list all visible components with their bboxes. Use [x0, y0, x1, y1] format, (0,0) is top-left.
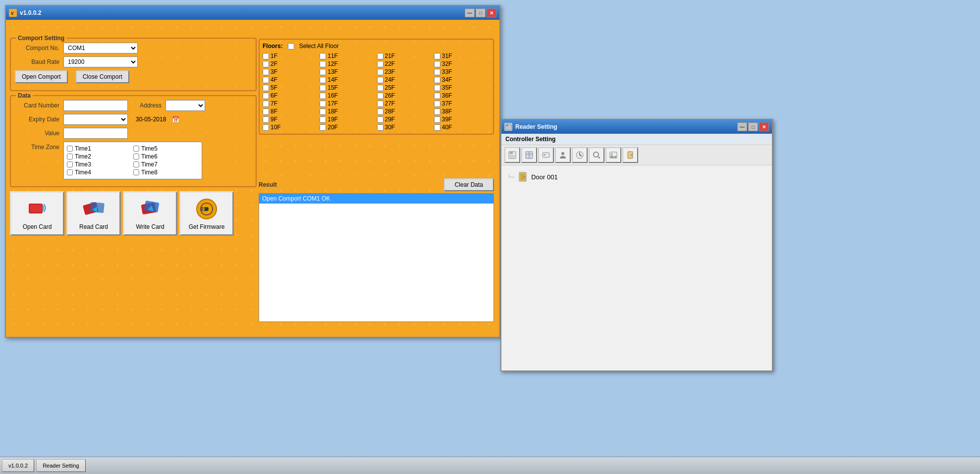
door-list-icon [518, 172, 528, 182]
svg-point-31 [611, 153, 613, 155]
time1-checkbox[interactable] [67, 146, 73, 152]
floor-27f: 27F [377, 100, 433, 107]
floor-35f: 35F [434, 84, 490, 91]
get-firmware-icon: 01 [194, 197, 219, 221]
toolbar-person-btn[interactable] [555, 147, 571, 163]
floor-12f: 12F [320, 60, 376, 67]
floor-21f: 21F [377, 53, 433, 59]
timezone-row: Time Zone Time1 Time5 Time2 [15, 142, 252, 179]
toolbar-table-btn[interactable] [521, 147, 537, 163]
time2-checkbox[interactable] [67, 154, 73, 159]
time1-label: Time1 [75, 145, 91, 152]
toolbar-clock-btn[interactable] [572, 147, 588, 163]
expiry-date-row: Expiry Date 30-05-2018 📅 [15, 114, 252, 125]
door-icon [626, 151, 635, 159]
card-number-label: Card Number [15, 102, 59, 109]
get-firmware-btn[interactable]: 01 Get Firmware [179, 191, 234, 236]
open-comport-btn[interactable]: Open Comport [15, 70, 68, 83]
floor-25f: 25F [377, 84, 433, 91]
select-all-floor-checkbox[interactable] [288, 43, 294, 50]
read-card-btn[interactable]: Read Card [66, 191, 121, 236]
time4-checkbox[interactable] [67, 169, 73, 175]
expiry-date-label: Expiry Date [15, 116, 59, 123]
floor-28f: 28F [377, 108, 433, 115]
door-icon-box [517, 171, 528, 182]
open-card-btn[interactable]: Open Card [10, 191, 64, 236]
door001-label: Door 001 [531, 173, 557, 181]
floors-label: Floors: [263, 43, 283, 50]
card-number-input[interactable] [63, 100, 128, 111]
time3-checkbox[interactable] [67, 161, 73, 167]
comport-no-row: Comport No. COM1 COM2 COM3 COM4 [15, 43, 252, 53]
value-input[interactable] [63, 128, 128, 139]
comport-no-select[interactable]: COM1 COM2 COM3 COM4 [63, 43, 138, 53]
reader-title: Reader Setting [515, 123, 557, 130]
reader-title-left: Reader Setting [504, 123, 557, 131]
time5-checkbox[interactable] [133, 146, 139, 152]
minimize-btn[interactable]: — [465, 8, 475, 17]
baud-rate-label: Baud Rate [15, 58, 59, 65]
main-title-bar: v v1.0.0.2 — □ ✕ [6, 6, 499, 20]
floor-17f: 17F [320, 100, 376, 107]
time5-row: Time5 [133, 145, 199, 152]
main-content: Comport Setting Comport No. COM1 COM2 CO… [6, 20, 499, 337]
baud-rate-select[interactable]: 9600 19200 38400 115200 [63, 56, 138, 67]
toolbar-door-btn[interactable] [622, 147, 638, 163]
time5-label: Time5 [141, 145, 158, 152]
table-icon [525, 151, 534, 159]
maximize-btn[interactable]: □ [476, 8, 486, 17]
main-title: v1.0.0.2 [20, 9, 41, 16]
time8-checkbox[interactable] [133, 169, 139, 175]
taskbar-main-btn[interactable]: v1.0.0.2 [2, 459, 34, 472]
person-icon [558, 151, 567, 159]
time2-label: Time2 [75, 153, 91, 160]
comport-btn-row: Open Comport Close Comport [15, 70, 252, 83]
write-card-btn[interactable]: Write Card [123, 191, 177, 236]
floor-1f: 1F [263, 53, 319, 59]
time4-label: Time4 [75, 169, 91, 176]
result-section: Result Clear Data Open Comport COM1 OK [259, 178, 494, 322]
save-icon [508, 151, 517, 159]
floor-20f: 20F [320, 124, 376, 131]
result-list: Open Comport COM1 OK [259, 193, 494, 322]
floor-23f: 23F [377, 68, 433, 75]
reader-minimize-btn[interactable]: — [737, 122, 747, 131]
taskbar-reader-btn[interactable]: Reader Setting [36, 459, 85, 472]
toolbar-card-btn[interactable] [538, 147, 554, 163]
svg-rect-15 [506, 125, 508, 126]
reader-window: Reader Setting — □ ✕ Controller Setting [500, 119, 773, 371]
get-firmware-label: Get Firmware [189, 223, 225, 230]
calendar-icon[interactable]: 📅 [172, 116, 179, 123]
expiry-date-select[interactable] [63, 114, 128, 125]
svg-point-24 [561, 152, 564, 155]
floor-15f: 15F [320, 84, 376, 91]
data-section-title: Data [16, 92, 33, 99]
toolbar-save-btn[interactable] [504, 147, 520, 163]
search-icon [592, 151, 601, 159]
time7-checkbox[interactable] [133, 161, 139, 167]
title-controls: — □ ✕ [465, 8, 496, 17]
time6-checkbox[interactable] [133, 154, 139, 159]
tree-item-door001[interactable]: └─ Door 001 [505, 169, 768, 184]
toolbar-search-btn[interactable] [589, 147, 604, 163]
result-item-0[interactable]: Open Comport COM1 OK [259, 194, 493, 204]
address-select[interactable] [165, 100, 205, 111]
toolbar-image-btn[interactable] [605, 147, 621, 163]
title-left: v v1.0.0.2 [9, 9, 41, 17]
floor-10f: 10F [263, 124, 319, 131]
result-header: Result Clear Data [259, 178, 494, 191]
floor-18f: 18F [320, 108, 376, 115]
comport-no-label: Comport No. [15, 45, 59, 52]
svg-rect-3 [30, 205, 42, 212]
svg-point-28 [594, 152, 599, 157]
clear-data-btn[interactable]: Clear Data [444, 178, 494, 191]
clock-icon [575, 151, 584, 159]
close-btn[interactable]: ✕ [487, 8, 496, 17]
close-comport-btn[interactable]: Close Comport [76, 70, 129, 83]
reader-maximize-btn[interactable]: □ [748, 122, 758, 131]
svg-text:v: v [11, 10, 14, 16]
main-window: v v1.0.0.2 — □ ✕ Comport Setting Comport… [5, 5, 500, 338]
floor-36f: 36F [434, 92, 490, 99]
reader-close-btn[interactable]: ✕ [759, 122, 769, 131]
open-card-label: Open Card [23, 223, 52, 230]
